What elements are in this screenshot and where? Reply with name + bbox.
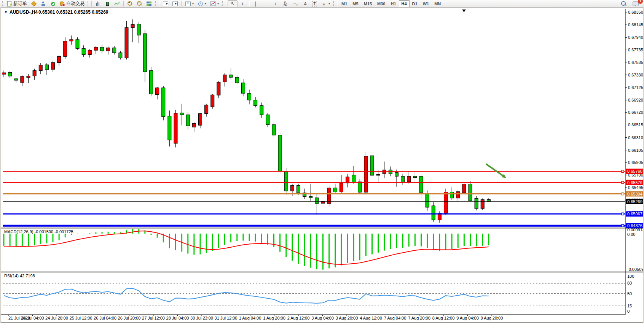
macd-label: MACD(12,26,9) -0.001500 -0.001725 (4, 229, 73, 234)
time-axis-layer: 21 Jul 202324 Jul 04:0024 Jul 20:0025 Ju… (8, 315, 503, 320)
svg-text:0.66105: 0.66105 (628, 148, 643, 153)
templates-icon (210, 1, 216, 6)
svg-text:100: 100 (627, 274, 634, 278)
vertical-line-tool-button[interactable]: │ (251, 0, 261, 7)
level-line-0.65394[interactable] (3, 193, 625, 195)
auto-scroll-button[interactable]: ▸ (161, 0, 170, 7)
separator (159, 1, 159, 6)
svg-text:0.65269: 0.65269 (627, 199, 642, 204)
vertical-line-icon: │ (253, 2, 259, 6)
chevron-down-icon: ▾ (192, 2, 194, 5)
svg-text:2 Aug 12:00: 2 Aug 12:00 (287, 316, 310, 320)
autotrading-button[interactable]: 自动交易 (57, 0, 86, 7)
auto-scroll-icon: ▸ (163, 1, 168, 6)
timeframe-button-h4[interactable]: H4 (399, 0, 410, 7)
pane-separator-1[interactable] (1, 228, 643, 229)
level-line-0.65067[interactable] (3, 213, 625, 215)
text-label-icon: T (312, 1, 317, 6)
svg-text:0.66920: 0.66920 (628, 98, 643, 102)
svg-text:24 Jul 20:00: 24 Jul 20:00 (45, 316, 68, 320)
bar-chart-icon (95, 1, 101, 6)
symbol-menu-icon[interactable]: ▼ (4, 10, 8, 14)
timeframe-button-m1[interactable]: M1 (339, 0, 350, 7)
toolbar-grip (222, 1, 223, 6)
search-button[interactable] (619, 0, 628, 7)
horizontal-line-tool-button[interactable]: ─ (261, 0, 271, 7)
svg-text:0.65394: 0.65394 (627, 192, 642, 196)
cursor-tool-button[interactable]: ↖ (228, 0, 238, 7)
rsi-label: RSI(14) 42.7198 (4, 274, 35, 278)
svg-text:28 Jul 04:00: 28 Jul 04:00 (166, 316, 189, 320)
mt4-window: 新订单 自动交易 + (0, 0, 644, 323)
fibonacci-icon: ⋯F (292, 1, 298, 6)
level-line-0.65760[interactable] (3, 170, 625, 172)
chart-shift-button[interactable]: ▸ (170, 0, 180, 7)
timeframe-button-h1[interactable]: H1 (388, 0, 399, 7)
new-order-button[interactable]: 新订单 (5, 0, 29, 7)
svg-text:0.65495: 0.65495 (628, 185, 643, 190)
candlestick-button[interactable] (103, 0, 112, 7)
signals-button[interactable] (48, 0, 57, 7)
data-window-button[interactable] (38, 0, 48, 7)
timeframe-button-m30[interactable]: M30 (375, 0, 388, 7)
svg-text:0.65579: 0.65579 (627, 180, 642, 185)
new-order-icon (6, 1, 12, 6)
signals-icon (50, 1, 56, 6)
arrows-icon: ▲ (321, 2, 327, 6)
svg-text:4 Aug 12:00: 4 Aug 12:00 (360, 316, 382, 320)
level-line-0.64876[interactable] (3, 224, 625, 227)
chart-shift-icon: ▸ (172, 1, 178, 6)
zoom-in-button[interactable]: + (125, 0, 135, 7)
tile-windows-button[interactable] (144, 0, 154, 7)
svg-text:0.65067: 0.65067 (627, 212, 642, 216)
chart-title-symbol: AUDUSD-,H4 (10, 10, 38, 15)
macd-axis-zero: 0.00 (627, 232, 635, 237)
timeframe-button-m5[interactable]: M5 (350, 0, 361, 7)
timeframe-button-m15[interactable]: M15 (361, 0, 375, 7)
templates-button[interactable]: ▾ (208, 0, 221, 7)
chart-svg[interactable]: 21 Jul 202324 Jul 04:0024 Jul 20:0025 Ju… (1, 8, 643, 322)
price-badge-0.65579: 0.65579 (626, 180, 643, 185)
timeframe-button-d1[interactable]: D1 (410, 0, 420, 7)
svg-text:24 Jul 04:00: 24 Jul 04:00 (21, 316, 44, 320)
svg-text:30 Jul 23:00: 30 Jul 23:00 (190, 316, 213, 320)
cursor-icon: ↖ (230, 1, 236, 6)
pane-separator-2[interactable] (1, 272, 643, 273)
timeframe-button-mn[interactable]: MN (432, 0, 443, 7)
text-icon: A (302, 2, 308, 6)
chat-badge: 1 (638, 0, 643, 4)
level-line-0.65579[interactable] (3, 181, 625, 184)
level-lines-layer[interactable] (3, 170, 625, 227)
periods-button[interactable]: ▾ (196, 0, 208, 7)
bar-chart-button[interactable] (93, 0, 103, 7)
zoom-out-button[interactable]: − (135, 0, 144, 7)
svg-text:9 Aug 20:00: 9 Aug 20:00 (481, 316, 503, 320)
data-window-icon (40, 1, 46, 6)
profiles-button[interactable] (29, 0, 38, 7)
chart-window: 21 Jul 202324 Jul 04:0024 Jul 20:0025 Ju… (1, 8, 643, 323)
svg-text:0.67125: 0.67125 (628, 85, 643, 90)
text-tool-button[interactable]: A (300, 0, 310, 7)
price-badge-0.65760: 0.65760 (626, 169, 643, 174)
channel-tool-button[interactable]: ∥E (281, 0, 290, 7)
svg-text:1 Aug 04:00: 1 Aug 04:00 (239, 316, 261, 320)
trendline-tool-button[interactable]: / (271, 0, 281, 7)
chat-button[interactable]: 1 (631, 0, 641, 7)
fibonacci-tool-button[interactable]: ⋯F (290, 0, 300, 7)
arrows-tool-button[interactable]: ▲ ▾ (319, 0, 332, 7)
svg-text:0.68350: 0.68350 (628, 10, 643, 14)
text-label-tool-button[interactable]: T (310, 0, 319, 7)
macd-layer (4, 229, 489, 270)
timeframe-button-w1[interactable]: W1 (420, 0, 432, 7)
svg-text:0.65905: 0.65905 (628, 160, 643, 165)
svg-text:9 Aug 04:00: 9 Aug 04:00 (456, 316, 479, 320)
line-chart-button[interactable] (112, 0, 122, 7)
svg-text:0.67735: 0.67735 (628, 48, 643, 52)
timeframe-bar: M1M5M15M30H1H4D1W1MN (339, 0, 443, 7)
horizontal-line-icon: ─ (263, 2, 269, 6)
indicators-button[interactable]: + ▾ (183, 0, 196, 7)
separator (226, 1, 226, 6)
crosshair-tool-button[interactable]: + (238, 0, 247, 7)
chart-shift-marker-icon[interactable] (462, 10, 466, 12)
rsi-layer: 1008050150 (3, 274, 634, 313)
